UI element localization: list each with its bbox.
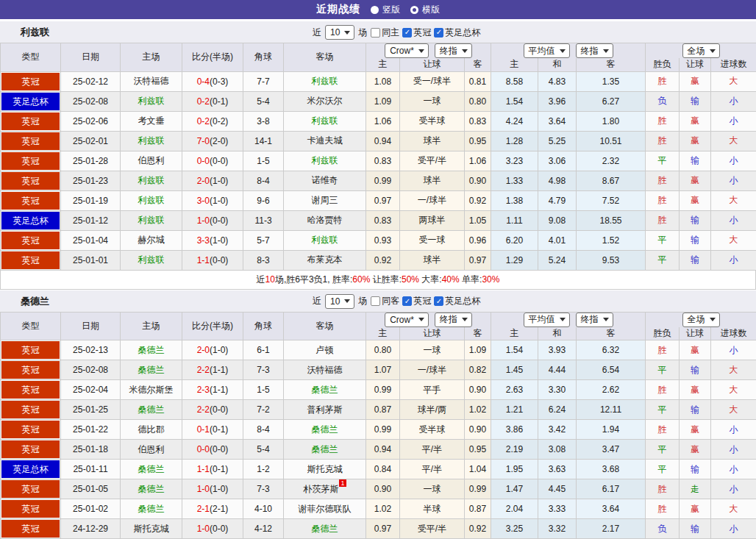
euro-home-odds: 2.19 <box>491 440 538 460</box>
checkbox-unchecked-icon <box>371 296 380 306</box>
corner-count: 7-7 <box>243 71 284 91</box>
home-team: 利兹联 <box>121 250 182 270</box>
corner-count: 8-3 <box>243 250 284 270</box>
full-score: 3-3 <box>197 235 210 246</box>
half-score: (1-1) <box>210 385 228 395</box>
filter-checkbox[interactable]: ✓英冠 <box>402 26 431 39</box>
asian-home-odds: 0.84 <box>366 460 400 479</box>
asian-handicap: 平/半 <box>400 440 465 460</box>
odds-time-select[interactable]: 终指 <box>435 43 472 58</box>
bookmaker-select[interactable]: Crow* <box>385 313 429 327</box>
score-cell: 2-1(2-1) <box>182 499 243 519</box>
match-count-select[interactable]: 10 <box>325 294 354 309</box>
away-team: 桑德兰 <box>284 380 366 400</box>
match-row: 英冠 25-02-12 沃特福德 0-4(0-3) 7-7 利兹联 1.08 受… <box>1 71 756 91</box>
asian-handicap: 一球 <box>400 479 465 499</box>
home-team: 斯托克城 <box>121 519 182 539</box>
league-type-cell: 英冠 <box>1 171 61 190</box>
score-cell: 1-1(0-1) <box>182 460 243 479</box>
result-handicap: 输 <box>680 460 711 479</box>
result-goals: 小 <box>711 111 756 131</box>
record-summary: 近10场,胜6平3负1, 胜率:60% 让胜率:50% 大率:40% 单率:30… <box>0 271 756 290</box>
result-wdl: 胜 <box>646 131 680 151</box>
result-handicap: 输 <box>680 210 711 230</box>
score-cell: 0-4(0-3) <box>182 71 243 91</box>
euro-time-select[interactable]: 终指 <box>576 313 613 327</box>
full-score: 0-0 <box>197 444 210 454</box>
league-badge: 英足总杯 <box>1 212 60 229</box>
result-goals: 小 <box>711 210 756 230</box>
result-wdl: 平 <box>646 400 680 420</box>
match-date: 25-01-01 <box>61 250 121 270</box>
summary-text: 单率: <box>460 274 482 285</box>
summary-stat-value: 10 <box>265 274 275 285</box>
filter-suffix-label: 场 <box>358 26 367 39</box>
filter-checkbox[interactable]: ✓英足总杯 <box>434 26 480 39</box>
result-goals: 大 <box>711 380 756 400</box>
result-goals: 小 <box>711 171 756 190</box>
result-goals: 大 <box>711 360 756 380</box>
corner-count: 3-8 <box>243 111 284 131</box>
match-date: 25-01-25 <box>61 400 121 420</box>
result-wdl: 胜 <box>646 420 680 440</box>
match-row: 英足总杯 25-01-12 利兹联 1-0(0-0) 11-3 哈洛贾特 0.8… <box>1 210 756 230</box>
away-team: 谢菲尔德联队 <box>284 499 366 519</box>
match-date: 25-01-18 <box>61 440 121 460</box>
average-select[interactable]: 平均值 <box>524 313 570 327</box>
full-score: 1-1 <box>197 464 210 474</box>
fulltime-select[interactable]: 全场 <box>682 43 720 58</box>
asian-handicap: 球半 <box>400 171 465 190</box>
half-score: (2-0) <box>210 136 228 146</box>
euro-draw-odds: 6.24 <box>538 400 577 420</box>
result-wdl: 平 <box>646 151 680 171</box>
result-wdl: 负 <box>646 91 680 111</box>
away-team: 朴茨茅斯1 <box>284 479 366 499</box>
euro-away-odds: 2.62 <box>577 380 646 400</box>
league-type-cell: 英冠 <box>1 250 61 270</box>
euro-time-select[interactable]: 终指 <box>576 43 613 58</box>
summary-stat-value: 40% <box>442 274 460 285</box>
layout-radio-horizontal[interactable]: 横版 <box>410 4 440 16</box>
euro-away-odds: 8.67 <box>577 171 646 190</box>
result-handicap: 赢 <box>680 131 711 151</box>
asian-handicap: 一球 <box>400 340 465 360</box>
half-score: (0-0) <box>210 156 228 166</box>
checkbox-label: 同客 <box>382 295 399 307</box>
result-goals: 小 <box>711 91 756 111</box>
result-handicap: 走 <box>680 479 711 499</box>
fulltime-select[interactable]: 全场 <box>682 313 720 327</box>
euro-away-odds: 9.53 <box>577 250 646 270</box>
asian-away-odds: 0.82 <box>465 360 491 380</box>
match-row: 英冠 25-02-13 桑德兰 2-0(1-0) 6-1 卢顿 0.80 一球 … <box>1 340 756 360</box>
result-handicap: 赢 <box>680 190 711 210</box>
match-date: 25-02-08 <box>61 91 121 111</box>
layout-radio-vertical[interactable]: 竖版 <box>371 4 400 16</box>
filter-checkbox[interactable]: ✓英足总杯 <box>434 295 480 307</box>
filter-controls: 近 10 场 同主✓英冠✓英足总杯 <box>313 21 480 43</box>
result-goals: 小 <box>711 340 756 360</box>
corner-count: 14-1 <box>243 131 284 151</box>
average-select[interactable]: 平均值 <box>524 43 570 58</box>
asian-handicap: 球半 <box>400 250 465 270</box>
asian-handicap: 一/球半 <box>400 190 465 210</box>
filter-checkbox[interactable]: ✓英冠 <box>402 295 431 307</box>
odds-time-select[interactable]: 终指 <box>435 313 472 327</box>
filter-checkbox[interactable]: 同主 <box>371 26 399 39</box>
euro-draw-odds: 3.33 <box>538 499 577 519</box>
bookmaker-select[interactable]: Crow* <box>385 43 429 58</box>
match-count-select[interactable]: 10 <box>325 25 354 40</box>
chevron-down-icon <box>418 318 424 321</box>
half-score: (0-2) <box>210 116 228 126</box>
radio-unselected-icon <box>410 6 418 14</box>
euro-draw-odds: 4.98 <box>538 171 577 190</box>
asian-away-odds: 0.97 <box>465 250 491 270</box>
league-type-cell: 英足总杯 <box>1 460 61 479</box>
filter-checkbox[interactable]: 同客 <box>371 295 399 307</box>
half-score: (1-0) <box>210 235 228 246</box>
filter-checkboxes: 同客✓英冠✓英足总杯 <box>371 295 480 307</box>
half-score: (0-3) <box>210 76 228 87</box>
asian-away-odds: 0.90 <box>465 420 491 440</box>
asian-handicap: 一/球半 <box>400 360 465 380</box>
asian-away-odds: 1.05 <box>465 210 491 230</box>
euro-away-odds: 1.35 <box>577 71 646 91</box>
